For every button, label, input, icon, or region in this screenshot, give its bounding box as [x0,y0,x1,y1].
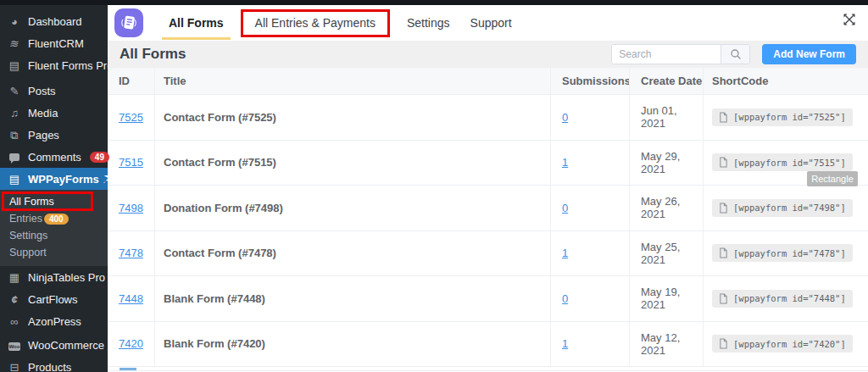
sidebar-item-dashboard[interactable]: ◕ Dashboard [0,10,108,32]
dashboard-icon: ◕ [8,16,21,27]
create-date: May 25, 2021 [641,241,703,266]
column-header-submissions: Submissions [551,68,630,94]
plugin-top-nav: All Forms All Entries & Payments Setting… [108,5,868,41]
column-header-title: Title [155,68,551,94]
tab-label: Support [470,16,512,30]
tab-all-forms[interactable]: All Forms [159,5,234,41]
sidebar-item-wppayforms-pro[interactable]: ▤ WPPayForms Pro [0,168,108,190]
sidebar-subitem-support[interactable]: Support [0,244,108,261]
form-id-link[interactable]: 7478 [119,247,143,259]
shortcode-pill[interactable]: [wppayform id="7498"] [712,199,853,217]
sidebar-item-pages[interactable]: ⧉ Pages [0,124,108,146]
sidebar-subitem-settings[interactable]: Settings [0,227,108,244]
form-id-link[interactable]: 7515 [119,156,143,169]
sidebar-item-label: WooCommerce [28,339,104,352]
sidebar-item-label: AzonPress [28,315,81,328]
shortcode-text: [wppayform id="7498"] [733,203,846,213]
add-new-form-button[interactable]: Add New Form [762,44,856,64]
entries-count-badge: 400 [44,214,69,225]
form-title: Blank Form (#7448) [164,292,265,305]
page-title: All Forms [120,46,186,63]
main-content: All Forms All Entries & Payments Setting… [108,5,868,372]
submenu-item-label: Settings [9,230,47,242]
annotation-label: Rectangle [807,171,858,186]
sidebar-item-label: Media [28,107,58,119]
forms-table: ID Title Submissions Create Date ShortCo… [108,68,868,372]
form-title: Contact Form (#7478) [164,247,276,259]
cartflows-icon: ¢ [8,294,21,305]
document-icon [719,338,728,349]
pushpin-icon: ✎ [8,86,21,97]
create-date: May 12, 2021 [641,331,703,357]
sidebar-item-azonpress[interactable]: ∞ AzonPress [0,310,108,332]
tab-label: All Entries & Payments [255,16,376,30]
sidebar-item-comments[interactable]: Comments 49 [0,146,108,168]
column-header-create-date: Create Date [630,68,704,94]
azonpress-icon: ∞ [8,316,21,327]
sidebar-item-cartflows[interactable]: ¢ CartFlows [0,288,108,310]
comments-count-badge: 49 [90,152,109,163]
shortcode-pill[interactable]: [wppayform id="7448"] [712,290,853,308]
submenu-item-label: Support [9,247,47,258]
shortcode-pill[interactable]: [wppayform id="7515"] [712,153,853,171]
sidebar-item-ninjatables-pro[interactable]: ▦ NinjaTables Pro [0,266,108,288]
page-header: All Forms Add New Form [108,41,868,68]
sidebar-item-media[interactable]: ♫ Media [0,102,108,124]
submissions-link[interactable]: 1 [562,156,568,169]
sidebar-item-fluent-forms-pro[interactable]: ▤ Fluent Forms Pro [0,54,108,76]
form-title: Contact Form (#7525) [164,111,276,124]
tab-label: Settings [407,16,450,30]
wppayforms-icon: ▤ [8,174,21,185]
sidebar-item-label: Products [28,361,71,372]
sidebar-subitem-entries[interactable]: Entries 400 [0,210,108,227]
submissions-link[interactable]: 1 [562,337,568,350]
form-id-link[interactable]: 7420 [119,337,143,350]
sidebar-item-label: NinjaTables Pro [28,271,105,284]
shortcode-pill[interactable]: [wppayform id="7525"] [712,108,853,126]
document-icon [719,203,728,214]
submenu-item-label: All Forms [9,196,54,208]
sidebar-item-woocommerce[interactable]: Woo WooCommerce [0,334,108,356]
form-title: Contact Form (#7515) [164,156,276,169]
submissions-link[interactable]: 0 [562,202,568,214]
sidebar-item-fluentcrm[interactable]: ≋ FluentCRM [0,32,108,54]
sidebar-item-label: FluentCRM [28,37,84,50]
wp-admin-top-bar [0,0,868,5]
document-icon [719,157,728,168]
search-input[interactable] [612,45,721,64]
shortcode-text: [wppayform id="7420"] [733,339,846,349]
shortcode-pill[interactable]: [wppayform id="7420"] [712,335,853,353]
shortcode-text: [wppayform id="7525"] [733,112,846,122]
sidebar-item-label: Dashboard [28,15,82,28]
fullscreen-expand-icon[interactable] [843,13,856,30]
tab-support[interactable]: Support [460,5,522,41]
submissions-link[interactable]: 1 [562,247,568,259]
tab-settings[interactable]: Settings [397,5,460,41]
sidebar-subitem-all-forms[interactable]: All Forms [0,193,108,210]
search-icon[interactable] [721,45,749,64]
table-header-row: ID Title Submissions Create Date ShortCo… [108,68,868,95]
submenu-item-label: Entries [9,213,42,225]
column-header-shortcode: ShortCode [704,68,868,94]
table-row: 7515 Contact Form (#7515) 1 May 29, 2021… [108,141,868,186]
tab-all-entries-payments[interactable]: All Entries & Payments [241,9,390,37]
form-id-link[interactable]: 7498 [119,202,143,214]
pages-icon: ⧉ [8,130,21,141]
wppayforms-submenu: All Forms Entries 400 Settings Support [0,190,108,266]
sidebar-item-products[interactable]: ⊟ Products [0,356,108,372]
submissions-link[interactable]: 0 [562,292,568,305]
sidebar-item-label: CartFlows [28,293,78,306]
form-id-link[interactable]: 7448 [119,292,143,305]
submissions-link[interactable]: 0 [562,111,568,124]
form-id-link[interactable]: 7525 [119,111,143,124]
table-row: 7525 Contact Form (#7525) 0 Jun 01, 2021… [108,95,868,141]
form-title: Donation Form (#7498) [164,202,283,214]
table-row: 7420 Blank Form (#7420) 1 May 12, 2021 [… [108,322,868,368]
shortcode-text: [wppayform id="7478"] [733,248,846,258]
comments-icon [8,152,21,163]
sidebar-item-label: Pages [28,129,59,142]
table-row: 7478 Contact Form (#7478) 1 May 25, 2021… [108,231,868,277]
sidebar-item-posts[interactable]: ✎ Posts [0,80,108,102]
shortcode-pill[interactable]: [wppayform id="7478"] [712,244,853,262]
create-date: May 29, 2021 [641,150,703,175]
